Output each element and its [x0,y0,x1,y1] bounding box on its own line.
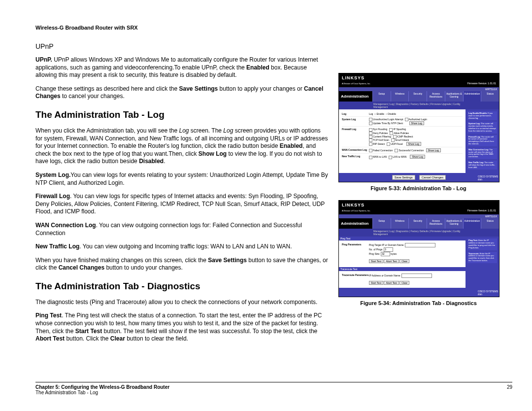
trace-header: Traceroute Test [339,267,466,271]
log-p3: Firewall Log. You can view logs for spec… [35,193,329,216]
page-number: 29 [507,384,512,395]
ss-help-sidebar: Ping Test: Enter the IP address or domai… [466,237,499,288]
cisco-logo: CISCO SYSTEMSıllıılı [478,290,498,296]
ss-footer [339,288,499,297]
ss-tab-wireless[interactable]: Wireless [391,218,409,229]
ss-body: Ping Test Ping Parameters Ping Target IP… [339,237,499,288]
ss-help: Ping Test: Enter the IP address or domai… [467,239,497,250]
start-test-button[interactable]: Start Test [369,281,383,285]
save-button[interactable]: Save Settings [392,175,415,180]
upnp-title: UPnP [35,42,329,50]
ss-subbrand: A Division of Cisco Systems, Inc. [342,82,370,85]
ss-tab-admin[interactable]: Administration [463,218,481,229]
cisco-logo: CISCO SYSTEMSıllıılı [478,175,498,181]
ss-help: Log Enable/Disable: If you want to view … [467,111,497,120]
ss-row-ntlog: New Traffic Log WAN to LAN LAN to WAN Sh… [342,153,463,160]
log-p1: When you click the Administration tab, y… [35,127,329,166]
ss-tab-apps[interactable]: Applications & Gaming [445,91,463,102]
figure-column: LINKSYS A Division of Cisco Systems, Inc… [338,38,499,349]
trace-target-input[interactable] [401,274,432,278]
diag-heading: The Administration Tab - Diagnostics [35,281,329,292]
ss-main: Ping Test Ping Parameters Ping Target IP… [339,237,466,288]
ss-brandbar: LINKSYS A Division of Cisco Systems, Inc… [339,201,499,214]
ss-btn-showlog[interactable]: Show Log [406,142,421,146]
log-p5: New Traffic Log. You can view outgoing a… [35,243,329,251]
ss-nav: Administration Setup Wireless Security A… [339,91,499,102]
ping-header: Ping Test [339,237,466,240]
ss-nav: Administration Setup Wireless Security A… [339,218,499,229]
screenshot-log: LINKSYS A Division of Cisco Systems, Inc… [338,73,499,182]
ss-help: Traceroute: Enter the IP address or doma… [467,252,497,263]
ss-nav-title: Administration [339,91,372,102]
ss-tabs: Setup Wireless Security Access Restricti… [372,218,499,229]
ss-main: Log Log ○ Enable ○ Disable System Log Un… [339,109,466,173]
clear-button[interactable]: Clear [399,259,409,263]
ss-tab-status[interactable]: Status [481,218,499,229]
doc-header: Wireless-G Broadband Router with SRX [35,25,512,31]
ss-tab-apps[interactable]: Applications & Gaming [445,218,463,229]
log-p6: When you have finished making changes on… [35,257,329,272]
ss-tab-wireless[interactable]: Wireless [391,91,409,102]
screenshot-diagnostics: LINKSYS A Division of Cisco Systems, Inc… [338,200,499,297]
ss-brand: LINKSYS [342,203,365,207]
ss-tab-security[interactable]: Security [408,91,427,102]
ss-nav-title: Administration [339,218,372,229]
ss-help: System Log: The router will monitor each… [467,122,497,133]
ss-row-wanlog: WAN Connection Log Failed Connection Suc… [342,147,463,153]
upnp-paragraph: UPnP. UPnP allows Windows XP and Windows… [35,56,329,79]
ss-footer: Save Settings Cancel Changes [339,173,499,182]
ss-tab-setup[interactable]: Setup [372,91,391,102]
ss-tab-access[interactable]: Access Restrictions [427,91,445,102]
ping-count-input[interactable]: 3 [384,247,393,252]
start-test-button[interactable]: Start Test [369,259,383,263]
page-footer: Chapter 5: Configuring the Wireless-G Br… [35,382,512,395]
ss-brandbar: LINKSYS A Division of Cisco Systems, Inc… [339,73,499,87]
ss-btn-showlog[interactable]: Show Log [410,155,425,159]
log-p4: WAN Connection Log. You can view outgoin… [35,222,329,237]
ping-size-input[interactable]: 32 [381,252,390,256]
ss-model: WRT51GX [339,87,499,91]
ss-row-fwlog: Firewall Log Syn Flooding IP Spoofing De… [342,126,463,147]
log-p2: System Log.You can view logs for events … [35,171,329,187]
diag-p2: Ping Test. The Ping test will check the … [35,312,329,342]
trace-section: Traceroute Parameters IP Address or Doma… [342,273,463,286]
log-heading: The Administration Tab - Log [35,109,329,120]
manual-page: Wireless-G Broadband Router with SRX UPn… [0,0,532,359]
ss-model: WRT51GX [339,214,499,218]
abort-test-button[interactable]: Abort Test [384,281,399,285]
figure-caption-1: Figure 5-33: Administration Tab - Log [338,185,499,191]
content-columns: UPnP UPnP. UPnP allows Windows XP and Wi… [35,38,512,349]
cancel-button[interactable]: Cancel Changes [419,175,446,180]
ss-subnav: Management | Log | Diagnostics | Factory… [339,229,499,237]
footer-left: Chapter 5: Configuring the Wireless-G Br… [35,384,169,395]
ss-help: Firewall Log: The router will be aware o… [467,135,497,146]
figure-caption-2: Figure 5-34: Administration Tab - Diagno… [338,300,499,306]
ss-tab-setup[interactable]: Setup [372,218,391,229]
ping-target-input[interactable] [405,243,435,247]
abort-test-button[interactable]: Abort Test [384,259,399,263]
ss-subnav: Management | Log | Diagnostics | Factory… [339,102,499,109]
clear-button[interactable]: Clear [399,281,409,285]
ss-help: New Traffic Log: The router will show th… [467,161,497,170]
ss-row-log: Log Log ○ Enable ○ Disable [342,111,463,116]
upnp-paragraph-2: Change these settings as described here … [35,85,329,101]
ss-help: Wan Connection Log: The router will view… [467,148,497,159]
ss-tabs: Setup Wireless Security Access Restricti… [372,91,499,102]
ss-tab-security[interactable]: Security [408,218,427,229]
ss-tab-admin[interactable]: Administration [463,91,481,102]
ss-fw: Firmware Version: 1.01.01 [467,209,496,212]
ss-fw: Firmware Version: 1.01.01 [467,82,496,85]
ss-subbrand: A Division of Cisco Systems, Inc. [342,209,370,212]
ss-tab-status[interactable]: Status [481,91,499,102]
ss-row-syslog: System Log Unauthorized Login Attempt Au… [342,116,463,126]
diag-p1: The diagnostic tests (Ping and Tracerout… [35,299,329,307]
ss-tab-access[interactable]: Access Restrictions [427,218,445,229]
ss-body: Log Log ○ Enable ○ Disable System Log Un… [339,109,499,173]
ss-brand: LINKSYS [342,75,365,80]
ss-help-sidebar: Log Enable/Disable: If you want to view … [466,109,499,173]
ss-btn-showlog[interactable]: Show Log [409,121,424,125]
ss-btn-showlog[interactable]: Show Log [426,148,441,152]
text-column: UPnP UPnP. UPnP allows Windows XP and Wi… [35,38,329,349]
ping-section: Ping Parameters Ping Target IP or Domain… [342,242,463,264]
